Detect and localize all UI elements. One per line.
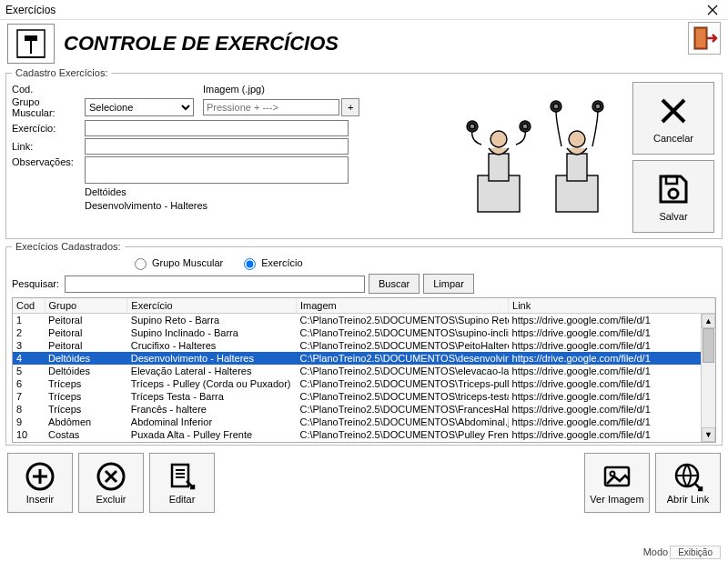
svg-point-17 [553,104,559,109]
abrir-link-label: Abrir Link [667,494,709,505]
table-row[interactable]: 3PeitoralCrucifixo - HalteresC:\PlanoTre… [13,339,715,352]
preview-group-text: Deltóides [85,185,456,199]
page-title: CONTROLE DE EXERCÍCIOS [64,32,339,55]
cadastro-group: Cadastro Exercícios: Cod. Imagem (.jpg) … [5,67,723,239]
window-close-button[interactable] [703,1,723,19]
link-label: Link: [12,141,85,152]
title-bar: Exercícios [0,0,728,20]
inserir-button[interactable]: Inserir [7,453,73,513]
svg-rect-20 [666,176,677,184]
save-floppy-icon [655,171,692,207]
bottom-toolbar: Inserir Excluir Editar Ver Imagem Abrir … [0,447,728,518]
cod-label: Cod. [12,84,85,95]
table-row[interactable]: 8TrícepsFrancês - haltereC:\PlanoTreino2… [13,403,715,416]
scroll-track[interactable] [702,328,715,427]
ver-imagem-button[interactable]: Ver Imagem [584,453,650,513]
scroll-up-arrow-icon[interactable]: ▲ [702,314,715,328]
svg-rect-5 [696,29,705,47]
col-exercicio[interactable]: Exercício [127,298,297,314]
col-imagem[interactable]: Imagem [296,298,508,314]
table-row[interactable]: 2PeitoralSupino Inclinado - BarraC:\Plan… [13,326,715,339]
table-row[interactable]: 7TrícepsTríceps Testa - BarraC:\PlanoTre… [13,390,715,403]
abrir-link-button[interactable]: Abrir Link [655,453,721,513]
door-exit-icon [691,25,718,52]
exit-button[interactable] [688,22,721,55]
cadastro-legend: Cadastro Exercícios: [12,67,111,78]
salvar-label: Salvar [659,211,687,222]
delete-x-circle-icon [96,461,126,492]
scroll-down-arrow-icon[interactable]: ▼ [702,427,715,442]
buscar-button[interactable]: Buscar [369,274,420,294]
limpar-button[interactable]: Limpar [423,274,474,294]
edit-document-icon [167,461,197,492]
col-link[interactable]: Link [509,298,715,314]
filter-exercicio-radio[interactable]: Exercício [239,255,302,270]
exercicio-label: Exercício: [12,123,85,134]
svg-point-19 [595,104,601,109]
grupo-label: Grupo Muscular: [12,96,85,118]
table-row[interactable]: 5DeltóidesElevação Lateral - HalteresC:\… [13,365,715,377]
image-preview-panel [456,82,629,233]
svg-point-10 [470,124,475,129]
globe-arrow-icon [672,461,703,492]
search-input[interactable] [65,275,365,293]
excluir-button[interactable]: Excluir [78,453,144,513]
exercise-machine-icon [12,26,50,61]
lista-group: Execícios Cadastrados: Grupo Muscular Ex… [5,241,723,446]
svg-rect-14 [567,154,587,181]
image-icon [602,461,632,492]
exercise-image-preview [460,89,624,225]
svg-point-12 [522,124,528,129]
insert-plus-circle-icon [25,461,56,492]
table-row[interactable]: 4DeltóidesDesenvolvimento - HalteresC:\P… [13,352,715,365]
svg-point-8 [490,131,507,147]
header: CONTROLE DE EXERCÍCIOS [0,20,728,65]
side-action-buttons: Cancelar Salvar [629,82,716,233]
obs-input[interactable] [85,156,349,184]
grid-container: Cod Grupo Exercício Imagem Link 1Peitora… [12,297,716,443]
table-row[interactable]: 6TrícepsTríceps - Pulley (Corda ou Puxad… [13,377,715,390]
shoulder-press-illustration-icon [461,94,623,221]
window-title: Exercícios [5,4,703,16]
search-row: Pesquisar: Buscar Limpar [12,272,716,297]
filter-radio-row: Grupo Muscular Exercício [12,255,716,272]
exercicio-input[interactable] [85,120,349,136]
vertical-scrollbar[interactable]: ▲ ▼ [701,314,715,442]
editar-label: Editar [169,494,196,505]
imagem-input[interactable] [203,99,339,115]
add-image-button[interactable]: + [341,98,359,116]
cancel-x-icon [655,93,692,129]
table-row[interactable]: 10CostasPuxada Alta - Pulley FrenteC:\Pl… [13,428,715,441]
table-row[interactable]: 11CostasRemada - MáquinaC:\PlanoTreino2.… [13,441,715,443]
grupo-select[interactable]: Selecione [85,98,194,116]
cancelar-button[interactable]: Cancelar [632,82,714,155]
search-label: Pesquisar: [12,278,61,289]
status-modo-label: Modo [643,546,669,557]
imagem-label: Imagem (.jpg) [203,84,267,95]
obs-label: Observações: [12,156,85,167]
lista-legend: Execícios Cadastrados: [12,241,125,252]
form-fields: Cod. Imagem (.jpg) Grupo Muscular: Selec… [12,82,456,233]
ver-imagem-label: Ver Imagem [590,494,643,505]
status-exibicao-tab[interactable]: Exibição [670,546,721,559]
inserir-label: Inserir [26,494,55,505]
filter-grupo-radio[interactable]: Grupo Muscular [130,255,223,270]
close-icon [707,5,718,15]
editar-button[interactable]: Editar [149,453,215,513]
app-logo [7,24,55,64]
col-cod[interactable]: Cod [13,298,45,314]
scroll-thumb[interactable] [703,328,714,363]
svg-rect-1 [25,35,37,41]
status-bar: Modo Exibição [643,543,728,561]
col-grupo[interactable]: Grupo [45,298,127,314]
svg-rect-24 [172,465,188,486]
table-row[interactable]: 9AbdômenAbdominal InferiorC:\PlanoTreino… [13,416,715,428]
cancelar-label: Cancelar [653,133,693,144]
excluir-label: Excluir [96,494,126,505]
exercises-grid[interactable]: Cod Grupo Exercício Imagem Link 1Peitora… [13,298,715,443]
svg-point-15 [569,131,585,147]
link-input[interactable] [85,138,349,155]
salvar-button[interactable]: Salvar [632,160,714,233]
table-row[interactable]: 1PeitoralSupino Reto - BarraC:\PlanoTrei… [13,314,715,327]
preview-exercise-text: Desenvolvimento - Halteres [85,199,456,213]
